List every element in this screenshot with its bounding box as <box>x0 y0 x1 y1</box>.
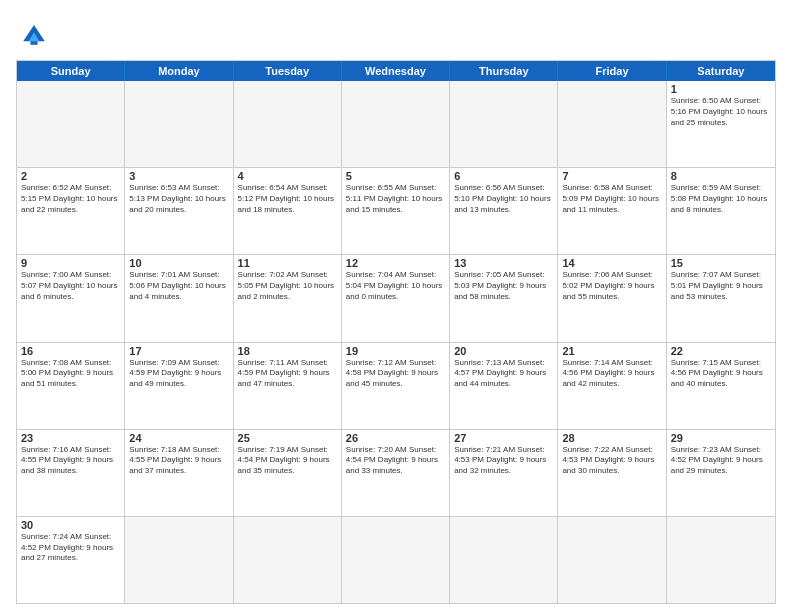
cal-cell: 23Sunrise: 7:16 AM Sunset: 4:55 PM Dayli… <box>17 430 125 516</box>
cal-cell <box>667 517 775 603</box>
day-number: 14 <box>562 257 661 269</box>
day-number: 27 <box>454 432 553 444</box>
cal-week-1: 1Sunrise: 6:50 AM Sunset: 5:16 PM Daylig… <box>17 81 775 167</box>
day-info: Sunrise: 7:14 AM Sunset: 4:56 PM Dayligh… <box>562 358 661 390</box>
day-info: Sunrise: 7:04 AM Sunset: 5:04 PM Dayligh… <box>346 270 445 302</box>
day-info: Sunrise: 7:09 AM Sunset: 4:59 PM Dayligh… <box>129 358 228 390</box>
day-info: Sunrise: 7:24 AM Sunset: 4:52 PM Dayligh… <box>21 532 120 564</box>
day-info: Sunrise: 7:18 AM Sunset: 4:55 PM Dayligh… <box>129 445 228 477</box>
cal-cell: 17Sunrise: 7:09 AM Sunset: 4:59 PM Dayli… <box>125 343 233 429</box>
cal-week-6: 30Sunrise: 7:24 AM Sunset: 4:52 PM Dayli… <box>17 516 775 603</box>
cal-cell: 10Sunrise: 7:01 AM Sunset: 5:06 PM Dayli… <box>125 255 233 341</box>
cal-cell: 28Sunrise: 7:22 AM Sunset: 4:53 PM Dayli… <box>558 430 666 516</box>
day-info: Sunrise: 6:55 AM Sunset: 5:11 PM Dayligh… <box>346 183 445 215</box>
cal-cell <box>234 81 342 167</box>
cal-cell: 8Sunrise: 6:59 AM Sunset: 5:08 PM Daylig… <box>667 168 775 254</box>
cal-cell: 18Sunrise: 7:11 AM Sunset: 4:59 PM Dayli… <box>234 343 342 429</box>
cal-cell <box>17 81 125 167</box>
day-number: 11 <box>238 257 337 269</box>
cal-week-5: 23Sunrise: 7:16 AM Sunset: 4:55 PM Dayli… <box>17 429 775 516</box>
cal-cell <box>125 517 233 603</box>
page: SundayMondayTuesdayWednesdayThursdayFrid… <box>0 0 792 612</box>
cal-cell <box>558 517 666 603</box>
cal-cell: 24Sunrise: 7:18 AM Sunset: 4:55 PM Dayli… <box>125 430 233 516</box>
day-number: 18 <box>238 345 337 357</box>
day-number: 25 <box>238 432 337 444</box>
cal-header-tuesday: Tuesday <box>234 61 342 81</box>
cal-cell: 5Sunrise: 6:55 AM Sunset: 5:11 PM Daylig… <box>342 168 450 254</box>
cal-cell <box>450 517 558 603</box>
cal-cell: 7Sunrise: 6:58 AM Sunset: 5:09 PM Daylig… <box>558 168 666 254</box>
cal-cell <box>234 517 342 603</box>
cal-cell: 11Sunrise: 7:02 AM Sunset: 5:05 PM Dayli… <box>234 255 342 341</box>
day-number: 20 <box>454 345 553 357</box>
day-number: 1 <box>671 83 771 95</box>
cal-cell: 26Sunrise: 7:20 AM Sunset: 4:54 PM Dayli… <box>342 430 450 516</box>
day-info: Sunrise: 7:05 AM Sunset: 5:03 PM Dayligh… <box>454 270 553 302</box>
cal-cell: 30Sunrise: 7:24 AM Sunset: 4:52 PM Dayli… <box>17 517 125 603</box>
cal-header-sunday: Sunday <box>17 61 125 81</box>
calendar-body: 1Sunrise: 6:50 AM Sunset: 5:16 PM Daylig… <box>17 81 775 603</box>
day-number: 22 <box>671 345 771 357</box>
cal-cell: 29Sunrise: 7:23 AM Sunset: 4:52 PM Dayli… <box>667 430 775 516</box>
cal-week-3: 9Sunrise: 7:00 AM Sunset: 5:07 PM Daylig… <box>17 254 775 341</box>
day-info: Sunrise: 6:56 AM Sunset: 5:10 PM Dayligh… <box>454 183 553 215</box>
day-info: Sunrise: 7:12 AM Sunset: 4:58 PM Dayligh… <box>346 358 445 390</box>
cal-header-wednesday: Wednesday <box>342 61 450 81</box>
day-info: Sunrise: 7:08 AM Sunset: 5:00 PM Dayligh… <box>21 358 120 390</box>
day-info: Sunrise: 6:52 AM Sunset: 5:15 PM Dayligh… <box>21 183 120 215</box>
day-number: 4 <box>238 170 337 182</box>
svg-rect-2 <box>30 41 37 45</box>
day-info: Sunrise: 7:02 AM Sunset: 5:05 PM Dayligh… <box>238 270 337 302</box>
day-number: 17 <box>129 345 228 357</box>
day-info: Sunrise: 6:58 AM Sunset: 5:09 PM Dayligh… <box>562 183 661 215</box>
cal-cell: 13Sunrise: 7:05 AM Sunset: 5:03 PM Dayli… <box>450 255 558 341</box>
day-number: 21 <box>562 345 661 357</box>
day-number: 6 <box>454 170 553 182</box>
day-number: 3 <box>129 170 228 182</box>
calendar-header-row: SundayMondayTuesdayWednesdayThursdayFrid… <box>17 61 775 81</box>
calendar: SundayMondayTuesdayWednesdayThursdayFrid… <box>16 60 776 604</box>
day-info: Sunrise: 7:06 AM Sunset: 5:02 PM Dayligh… <box>562 270 661 302</box>
cal-week-4: 16Sunrise: 7:08 AM Sunset: 5:00 PM Dayli… <box>17 342 775 429</box>
cal-header-saturday: Saturday <box>667 61 775 81</box>
cal-cell: 21Sunrise: 7:14 AM Sunset: 4:56 PM Dayli… <box>558 343 666 429</box>
header <box>16 16 776 52</box>
cal-cell: 19Sunrise: 7:12 AM Sunset: 4:58 PM Dayli… <box>342 343 450 429</box>
day-info: Sunrise: 7:01 AM Sunset: 5:06 PM Dayligh… <box>129 270 228 302</box>
cal-cell: 20Sunrise: 7:13 AM Sunset: 4:57 PM Dayli… <box>450 343 558 429</box>
cal-cell <box>125 81 233 167</box>
cal-cell: 3Sunrise: 6:53 AM Sunset: 5:13 PM Daylig… <box>125 168 233 254</box>
day-info: Sunrise: 7:21 AM Sunset: 4:53 PM Dayligh… <box>454 445 553 477</box>
day-number: 19 <box>346 345 445 357</box>
day-number: 8 <box>671 170 771 182</box>
cal-cell <box>342 517 450 603</box>
logo-icon <box>16 16 52 52</box>
day-number: 9 <box>21 257 120 269</box>
day-number: 10 <box>129 257 228 269</box>
cal-cell: 12Sunrise: 7:04 AM Sunset: 5:04 PM Dayli… <box>342 255 450 341</box>
day-info: Sunrise: 6:53 AM Sunset: 5:13 PM Dayligh… <box>129 183 228 215</box>
day-number: 13 <box>454 257 553 269</box>
cal-cell <box>342 81 450 167</box>
day-info: Sunrise: 7:07 AM Sunset: 5:01 PM Dayligh… <box>671 270 771 302</box>
day-number: 24 <box>129 432 228 444</box>
day-number: 2 <box>21 170 120 182</box>
day-number: 16 <box>21 345 120 357</box>
cal-cell: 15Sunrise: 7:07 AM Sunset: 5:01 PM Dayli… <box>667 255 775 341</box>
day-number: 5 <box>346 170 445 182</box>
day-info: Sunrise: 7:23 AM Sunset: 4:52 PM Dayligh… <box>671 445 771 477</box>
cal-cell: 16Sunrise: 7:08 AM Sunset: 5:00 PM Dayli… <box>17 343 125 429</box>
day-info: Sunrise: 6:50 AM Sunset: 5:16 PM Dayligh… <box>671 96 771 128</box>
day-number: 23 <box>21 432 120 444</box>
cal-cell <box>558 81 666 167</box>
cal-cell: 27Sunrise: 7:21 AM Sunset: 4:53 PM Dayli… <box>450 430 558 516</box>
cal-header-friday: Friday <box>558 61 666 81</box>
cal-cell: 4Sunrise: 6:54 AM Sunset: 5:12 PM Daylig… <box>234 168 342 254</box>
cal-header-thursday: Thursday <box>450 61 558 81</box>
day-info: Sunrise: 7:22 AM Sunset: 4:53 PM Dayligh… <box>562 445 661 477</box>
cal-cell: 9Sunrise: 7:00 AM Sunset: 5:07 PM Daylig… <box>17 255 125 341</box>
cal-cell: 22Sunrise: 7:15 AM Sunset: 4:56 PM Dayli… <box>667 343 775 429</box>
logo <box>16 16 56 52</box>
day-number: 12 <box>346 257 445 269</box>
